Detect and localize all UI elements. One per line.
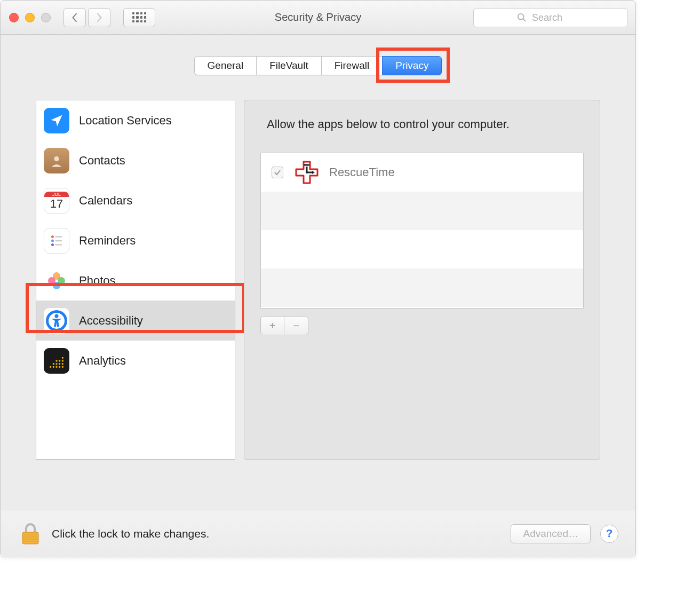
svg-rect-36 (22, 536, 38, 538)
grid-icon (132, 12, 146, 23)
svg-point-25 (55, 360, 57, 361)
location-icon (44, 108, 69, 133)
sidebar-item-calendars[interactable]: JUL 17 Calendars (36, 180, 235, 220)
show-all-prefs-button[interactable] (123, 8, 155, 27)
svg-point-0 (518, 14, 524, 20)
svg-point-21 (53, 362, 54, 364)
remove-app-button[interactable]: − (284, 317, 308, 335)
svg-line-1 (523, 19, 526, 22)
add-app-button[interactable]: + (261, 317, 284, 335)
svg-point-5 (51, 239, 54, 242)
sidebar-item-label: Accessibility (79, 314, 143, 328)
sidebar-item-accessibility[interactable]: Accessibility (36, 301, 235, 341)
advanced-button[interactable]: Advanced… (511, 524, 591, 543)
tab-general[interactable]: General (194, 56, 257, 75)
reminders-icon (44, 228, 69, 254)
photos-icon (44, 268, 69, 294)
svg-point-20 (62, 366, 63, 367)
app-row-empty (261, 269, 583, 307)
footer: Click the lock to make changes. Advanced… (1, 510, 635, 557)
minimize-window-button[interactable] (25, 13, 35, 22)
calendar-icon-day: 17 (50, 198, 63, 210)
search-input[interactable] (531, 12, 584, 24)
svg-point-22 (55, 362, 57, 364)
svg-point-26 (59, 360, 60, 361)
tab-privacy[interactable]: Privacy (382, 56, 442, 75)
svg-point-7 (51, 243, 54, 246)
svg-rect-37 (22, 539, 38, 540)
checkmark-icon (274, 169, 281, 176)
svg-rect-34 (22, 532, 38, 544)
svg-point-17 (53, 366, 54, 367)
sidebar-item-label: Analytics (79, 354, 126, 368)
svg-point-16 (50, 366, 51, 367)
privacy-category-sidebar: Location Services Contacts JUL 17 Calend… (36, 100, 235, 460)
svg-rect-35 (22, 534, 38, 535)
svg-point-23 (59, 362, 60, 364)
svg-point-15 (55, 314, 59, 318)
svg-point-3 (51, 235, 54, 238)
search-field[interactable] (473, 8, 628, 27)
titlebar: Security & Privacy (1, 1, 635, 35)
svg-point-12 (48, 277, 55, 285)
help-button[interactable]: ? (600, 525, 618, 543)
sidebar-item-location-services[interactable]: Location Services (36, 100, 235, 140)
tab-firewall[interactable]: Firewall (321, 56, 382, 75)
preferences-window: Security & Privacy General FileVault Fir… (0, 0, 636, 557)
sidebar-item-photos[interactable]: Photos (36, 260, 235, 301)
detail-pane: Allow the apps below to control your com… (244, 100, 600, 460)
svg-point-18 (55, 366, 57, 367)
rescuetime-icon (293, 159, 321, 186)
tab-bar: General FileVault Firewall Privacy (1, 56, 635, 75)
lock-hint-text: Click the lock to make changes. (52, 527, 209, 540)
svg-point-19 (59, 366, 60, 367)
lock-icon[interactable] (18, 521, 43, 547)
sidebar-item-label: Contacts (79, 154, 125, 168)
svg-point-27 (62, 360, 63, 361)
sidebar-item-label: Reminders (79, 234, 136, 248)
forward-button[interactable] (88, 8, 110, 27)
sidebar-item-contacts[interactable]: Contacts (36, 140, 235, 180)
nav-buttons (63, 8, 110, 27)
calendar-icon-month: JUL (44, 192, 69, 197)
traffic-lights (9, 13, 51, 22)
content-area: Location Services Contacts JUL 17 Calend… (36, 100, 600, 460)
sidebar-item-label: Location Services (79, 114, 172, 128)
search-icon (517, 13, 527, 22)
svg-point-2 (54, 156, 59, 161)
app-list: RescueTime (260, 153, 584, 309)
zoom-window-button[interactable] (41, 13, 51, 22)
svg-point-28 (62, 357, 63, 358)
sidebar-item-label: Photos (79, 274, 116, 288)
svg-rect-6 (55, 240, 62, 241)
pane-heading: Allow the apps below to control your com… (267, 117, 584, 131)
back-button[interactable] (63, 8, 86, 27)
app-row-empty (261, 230, 583, 269)
sidebar-item-label: Calendars (79, 194, 132, 208)
sidebar-item-analytics[interactable]: Analytics (36, 341, 235, 381)
tab-segment: General FileVault Firewall Privacy (194, 56, 442, 75)
add-remove-buttons: + − (260, 316, 308, 335)
svg-rect-8 (55, 244, 62, 246)
close-window-button[interactable] (9, 13, 19, 22)
tab-filevault[interactable]: FileVault (256, 56, 321, 75)
calendar-icon: JUL 17 (44, 188, 69, 214)
svg-point-24 (62, 362, 63, 364)
sidebar-item-reminders[interactable]: Reminders (36, 220, 235, 260)
analytics-icon (44, 348, 69, 374)
contacts-icon (44, 148, 69, 173)
app-row-empty (261, 192, 583, 230)
svg-rect-38 (22, 541, 38, 542)
app-checkbox[interactable] (272, 167, 283, 178)
app-name: RescueTime (329, 165, 395, 179)
accessibility-icon (44, 308, 69, 334)
app-row[interactable]: RescueTime (261, 153, 583, 192)
svg-rect-4 (55, 236, 62, 238)
